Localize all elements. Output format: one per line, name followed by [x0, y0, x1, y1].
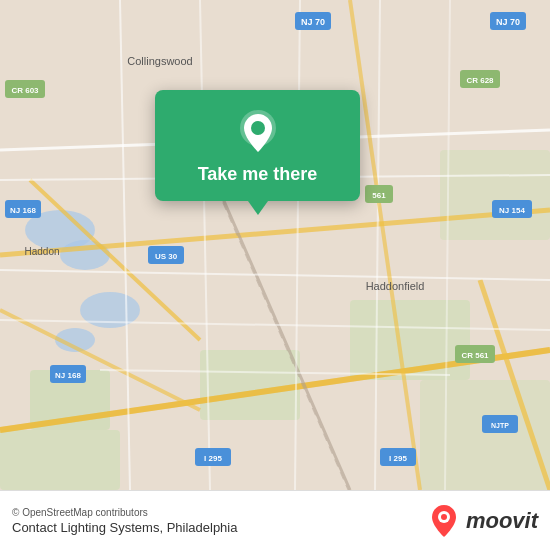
- svg-text:Haddonfield: Haddonfield: [366, 280, 425, 292]
- svg-point-60: [251, 121, 265, 135]
- svg-text:561: 561: [372, 191, 386, 200]
- svg-text:NJ 168: NJ 168: [10, 206, 36, 215]
- svg-text:Haddon: Haddon: [24, 246, 59, 257]
- svg-text:NJ 154: NJ 154: [499, 206, 525, 215]
- take-me-there-button[interactable]: Take me there: [198, 164, 318, 185]
- svg-text:CR 561: CR 561: [461, 351, 489, 360]
- map-background: NJ 70 NJ 70 CR 603 CR 628 US 30 NJ 168 N…: [0, 0, 550, 490]
- svg-text:NJ 70: NJ 70: [301, 17, 325, 27]
- bottom-bar: © OpenStreetMap contributors Contact Lig…: [0, 490, 550, 550]
- svg-point-62: [441, 514, 447, 520]
- moovit-pin-icon: [426, 503, 462, 539]
- popup-card[interactable]: Take me there: [155, 90, 360, 201]
- svg-text:I 295: I 295: [204, 454, 222, 463]
- location-label: Contact Lighting Systems, Philadelphia: [12, 520, 237, 535]
- moovit-text: moovit: [466, 508, 538, 534]
- svg-text:I 295: I 295: [389, 454, 407, 463]
- svg-text:NJTP: NJTP: [491, 422, 509, 429]
- svg-text:US 30: US 30: [155, 252, 178, 261]
- osm-attribution: © OpenStreetMap contributors: [12, 507, 237, 518]
- svg-rect-9: [0, 430, 120, 490]
- svg-rect-8: [440, 150, 550, 240]
- location-pin-icon: [234, 108, 282, 156]
- svg-text:Collingswood: Collingswood: [127, 55, 192, 67]
- svg-text:CR 628: CR 628: [466, 76, 494, 85]
- bottom-left-info: © OpenStreetMap contributors Contact Lig…: [12, 507, 237, 535]
- map-container: NJ 70 NJ 70 CR 603 CR 628 US 30 NJ 168 N…: [0, 0, 550, 490]
- svg-text:NJ 70: NJ 70: [496, 17, 520, 27]
- moovit-logo: moovit: [426, 503, 538, 539]
- svg-text:CR 603: CR 603: [11, 86, 39, 95]
- svg-text:NJ 168: NJ 168: [55, 371, 81, 380]
- svg-rect-6: [200, 350, 300, 420]
